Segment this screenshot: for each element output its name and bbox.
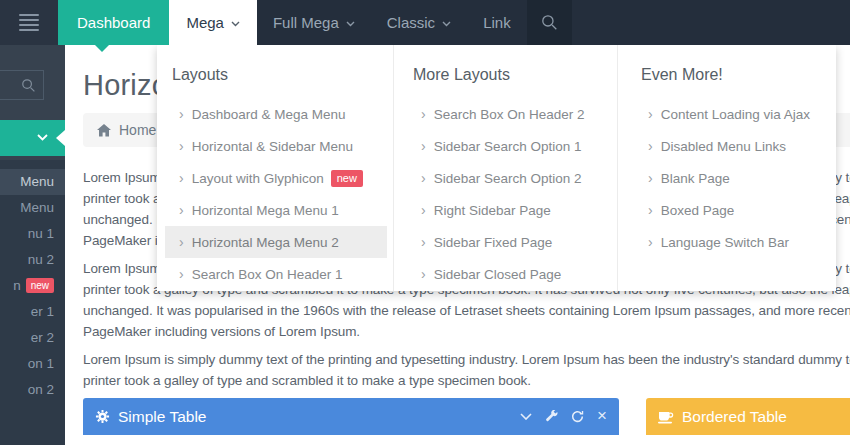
panel-row: Simple Table xyxy=(83,398,850,435)
sidebar-item-active-parent[interactable] xyxy=(0,120,65,156)
mega-menu-item[interactable]: ›Language Switch Bar xyxy=(626,226,830,258)
mega-menu-column-even-more: Even More! ›Content Loading via Ajax ›Di… xyxy=(617,45,836,291)
mega-menu-item[interactable]: ›Sidebar Fixed Page xyxy=(402,226,611,258)
angle-right-icon: › xyxy=(421,138,426,154)
mega-menu-dropdown: Layouts ›Dashboard & Mega Menu ›Horizont… xyxy=(157,45,836,291)
sidebar-item[interactable]: er 2 xyxy=(0,325,65,351)
sidebar-item[interactable]: er 1 xyxy=(0,299,65,325)
angle-right-icon: › xyxy=(648,170,653,186)
angle-right-icon: › xyxy=(179,234,184,250)
angle-right-icon: › xyxy=(421,170,426,186)
app-window: Horizontal Mega Menu 2 Home Lorem Ipsum … xyxy=(0,0,850,445)
paragraph-line: Lorem Ipsum is simply dummy text of the … xyxy=(83,349,850,370)
sidebar-item[interactable]: on 2 xyxy=(0,377,65,403)
mega-menu-item[interactable]: ›Blank Page xyxy=(626,162,830,194)
mega-menu-item[interactable]: ›Horizontal & Sidebar Menu xyxy=(165,130,387,162)
chevron-down-icon[interactable] xyxy=(520,413,532,420)
new-badge: new xyxy=(26,278,54,293)
mega-menu-column-title: Even More! xyxy=(618,66,836,84)
sidebar-item[interactable]: nu 1 xyxy=(0,221,65,247)
mega-menu-item[interactable]: ›Boxed Page xyxy=(626,194,830,226)
mega-menu-item[interactable]: ›Layout with Glyphiconnew xyxy=(165,162,387,194)
search-icon xyxy=(541,14,558,31)
angle-right-icon: › xyxy=(421,234,426,250)
mega-menu-item-active[interactable]: ›Horizontal Mega Menu 2 xyxy=(165,226,387,258)
mega-menu-item[interactable]: ›Search Box On Header 1 xyxy=(165,258,387,290)
panel-toolbar: × xyxy=(520,409,607,424)
mega-menu-item[interactable]: ›Sidebar Search Option 2 xyxy=(402,162,611,194)
sidebar: Menu Menu nu 1 nu 2 nnew er 1 er 2 on 1 … xyxy=(0,45,65,445)
angle-right-icon: › xyxy=(179,106,184,122)
nav-tab-classic[interactable]: Classic xyxy=(371,0,467,45)
mega-menu-column-title: More Layouts xyxy=(394,66,617,84)
nav-tab-dashboard[interactable]: Dashboard xyxy=(58,0,169,45)
breadcrumb-home-link[interactable]: Home xyxy=(97,122,156,138)
sidebar-search-input[interactable] xyxy=(0,70,44,100)
bordered-table-panel: Bordered Table xyxy=(646,398,850,435)
angle-right-icon: › xyxy=(648,138,653,154)
mega-menu-item[interactable]: ›Disabled Menu Links xyxy=(626,130,830,162)
cogs-icon xyxy=(95,409,110,424)
chevron-down-icon xyxy=(231,21,240,27)
sidebar-item[interactable]: nu 2 xyxy=(0,247,65,273)
sidebar-item[interactable]: Menu xyxy=(0,169,65,195)
top-navbar: Dashboard Mega Full Mega Classic xyxy=(0,0,850,45)
angle-right-icon: › xyxy=(648,106,653,122)
coffee-icon xyxy=(658,410,674,424)
angle-right-icon: › xyxy=(421,266,426,282)
angle-right-icon: › xyxy=(179,202,184,218)
close-icon[interactable]: × xyxy=(597,407,607,424)
chevron-down-icon xyxy=(442,21,451,27)
paragraph-line: printer took a galley of type and scramb… xyxy=(83,370,850,391)
angle-right-icon: › xyxy=(648,202,653,218)
mega-menu-item[interactable]: ›Sidebar Search Option 1 xyxy=(402,130,611,162)
paragraph: Lorem Ipsum is simply dummy text of the … xyxy=(83,349,850,391)
angle-right-icon: › xyxy=(648,234,653,250)
bordered-table-panel-header: Bordered Table xyxy=(646,398,850,435)
refresh-icon[interactable] xyxy=(571,410,584,423)
nav-tab-mega[interactable]: Mega xyxy=(169,0,257,45)
paragraph-line: PageMaker including versions of Lorem Ip… xyxy=(83,321,850,342)
simple-table-panel: Simple Table xyxy=(83,398,619,435)
search-icon xyxy=(21,78,36,93)
breadcrumb-home-label: Home xyxy=(119,122,156,138)
mega-menu-column-title: Layouts xyxy=(157,66,393,84)
mega-menu-item[interactable]: ›Dashboard & Mega Menu xyxy=(165,98,387,130)
simple-table-panel-header: Simple Table xyxy=(83,398,619,435)
sidebar-submenu: Menu Menu nu 1 nu 2 nnew er 1 er 2 on 1 … xyxy=(0,160,65,445)
panel-title: Simple Table xyxy=(118,408,520,426)
angle-right-icon: › xyxy=(421,106,426,122)
sidebar-toggle-button[interactable] xyxy=(0,0,58,45)
sidebar-item[interactable]: nnew xyxy=(0,273,65,299)
mega-menu-item[interactable]: ›Right Sidebar Page xyxy=(402,194,611,226)
nav-tab-link[interactable]: Link xyxy=(467,0,527,45)
mega-menu-item[interactable]: ›Horizontal Mega Menu 1 xyxy=(165,194,387,226)
angle-right-icon: › xyxy=(179,170,184,186)
paragraph-line: unchanged. It was popularised in the 196… xyxy=(83,300,850,321)
mega-menu-item[interactable]: ›Content Loading via Ajax xyxy=(626,98,830,130)
angle-right-icon: › xyxy=(421,202,426,218)
bars-icon xyxy=(19,14,39,31)
panel-title: Bordered Table xyxy=(682,408,850,426)
wrench-icon[interactable] xyxy=(545,410,558,423)
sidebar-item[interactable]: on 1 xyxy=(0,351,65,377)
home-icon xyxy=(97,124,111,137)
chevron-down-icon xyxy=(346,21,355,27)
mega-menu-column-more-layouts: More Layouts ›Search Box On Header 2 ›Si… xyxy=(393,45,617,291)
new-badge: new xyxy=(331,170,363,187)
mega-menu-item[interactable]: ›Sidebar Closed Page xyxy=(402,258,611,290)
mega-menu-column-layouts: Layouts ›Dashboard & Mega Menu ›Horizont… xyxy=(157,45,393,291)
mega-menu-item[interactable]: ›Search Box On Header 2 xyxy=(402,98,611,130)
active-tab-arrow xyxy=(95,45,109,52)
angle-right-icon: › xyxy=(179,266,184,282)
nav-tab-full-mega[interactable]: Full Mega xyxy=(257,0,371,45)
chevron-down-icon xyxy=(37,134,48,141)
topbar-search-button[interactable] xyxy=(527,0,572,45)
angle-right-icon: › xyxy=(179,138,184,154)
top-nav: Dashboard Mega Full Mega Classic xyxy=(58,0,527,45)
active-item-arrow xyxy=(56,130,65,146)
sidebar-item[interactable]: Menu xyxy=(0,195,65,221)
